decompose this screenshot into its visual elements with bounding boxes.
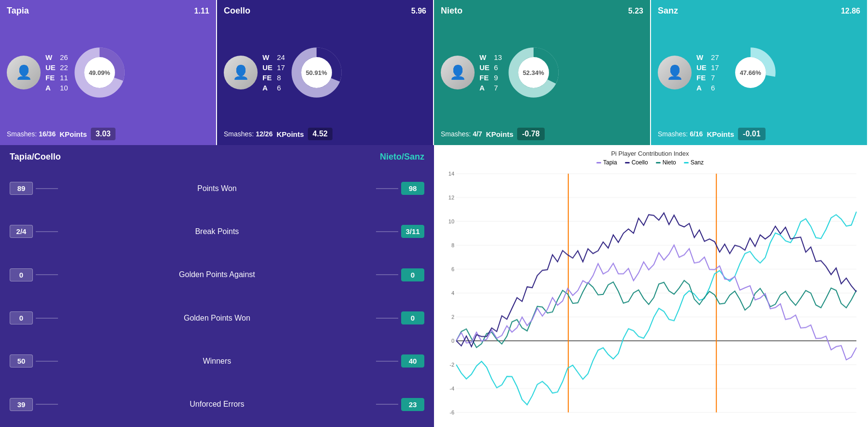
card-header-nieto: Nieto 5.23 — [441, 6, 643, 16]
stat-fe-tapia: FE 11 — [45, 74, 68, 82]
legend-tapia: Tapia — [596, 159, 617, 166]
player-name-coello: Coello — [224, 6, 250, 16]
card-header-coello: Coello 5.96 — [224, 6, 426, 16]
kpoints-badge-tapia: 3.03 — [91, 128, 116, 140]
avatar-tapia: 👤 — [7, 56, 41, 89]
stat-a-tapia: A 10 — [45, 84, 68, 92]
stats-tapia: W 26 UE 22 FE 11 A 10 — [45, 53, 68, 92]
player-card-tapia: Tapia 1.11 👤 W 26 UE 22 FE 11 A — [0, 0, 217, 145]
player-card-nieto: Nieto 5.23 👤 W 13 UE 6 FE 9 A — [434, 0, 651, 145]
card-header-sanz: Sanz 12.86 — [658, 6, 860, 16]
donut-pct-sanz: 47.66% — [740, 69, 761, 76]
stat-ue-tapia: UE 22 — [45, 63, 68, 72]
chart-area — [439, 169, 861, 426]
donut-tapia: 49.09% — [73, 46, 126, 99]
card-body-coello: 👤 W 24 UE 17 FE 8 A 6 — [224, 21, 426, 124]
main-grid: Tapia 1.11 👤 W 26 UE 22 FE 11 A — [0, 0, 868, 427]
pi-score-coello: 5.96 — [411, 7, 426, 15]
player-name-tapia: Tapia — [7, 6, 29, 16]
donut-nieto: 52.34% — [507, 46, 560, 99]
card-footer-sanz: Smashes: 6/16 KPoints -0.01 — [658, 128, 860, 140]
kpoints-badge-sanz: -0.01 — [738, 128, 765, 140]
card-body-nieto: 👤 W 13 UE 6 FE 9 A 7 — [441, 21, 643, 124]
legend-dot-tapia — [596, 162, 601, 163]
stats-sanz: W 27 UE 17 FE 7 A 6 — [696, 53, 719, 92]
donut-pct-tapia: 49.09% — [89, 69, 110, 76]
stats-row: 0Golden Points Won0 — [10, 311, 424, 324]
card-body-sanz: 👤 W 27 UE 17 FE 7 A 6 — [658, 21, 860, 124]
stats-row: 0Golden Points Against0 — [10, 268, 424, 281]
stats-row: 2/4Break Points3/11 — [10, 225, 424, 238]
stats-nieto: W 13 UE 6 FE 9 A 7 — [479, 53, 502, 92]
donut-coello: 50.91% — [290, 46, 343, 99]
legend-dot-nieto — [656, 162, 661, 163]
player-card-sanz: Sanz 12.86 👤 W 27 UE 17 FE 7 A — [651, 0, 868, 145]
legend-sanz: Sanz — [684, 159, 704, 166]
stats-row: 89Points Won98 — [10, 182, 424, 195]
stats-row: 50Winners40 — [10, 354, 424, 368]
player-name-sanz: Sanz — [658, 6, 678, 16]
legend-coello: Coello — [625, 159, 648, 166]
legend-dot-sanz — [684, 162, 689, 163]
legend-dot-coello — [625, 162, 630, 163]
avatar-nieto: 👤 — [441, 56, 475, 89]
donut-pct-nieto: 52.34% — [523, 69, 544, 76]
donut-pct-coello: 50.91% — [306, 69, 327, 76]
chart-legend: Tapia Coello Nieto Sanz — [439, 159, 861, 166]
avatar-coello: 👤 — [224, 56, 258, 89]
stats-panel: Tapia/Coello Nieto/Sanz 89Points Won982/… — [0, 145, 434, 427]
pi-score-nieto: 5.23 — [628, 7, 643, 15]
card-footer-coello: Smashes: 12/26 KPoints 4.52 — [224, 128, 426, 140]
pi-score-sanz: 12.86 — [841, 7, 860, 15]
card-footer-tapia: Smashes: 16/36 KPoints 3.03 — [7, 128, 209, 140]
card-header-tapia: Tapia 1.11 — [7, 6, 209, 16]
card-body-tapia: 👤 W 26 UE 22 FE 11 A 10 — [7, 21, 209, 124]
team-right-label: Nieto/Sanz — [362, 152, 424, 162]
pi-score-tapia: 1.11 — [194, 7, 209, 15]
player-name-nieto: Nieto — [441, 6, 463, 16]
avatar-sanz: 👤 — [658, 56, 692, 89]
kpoints-badge-coello: 4.52 — [308, 128, 333, 140]
card-footer-nieto: Smashes: 4/7 KPoints -0.78 — [441, 128, 643, 140]
chart-title: Pi Player Contribution Index — [439, 150, 861, 157]
player-card-coello: Coello 5.96 👤 W 24 UE 17 FE 8 A — [217, 0, 434, 145]
chart-panel: Pi Player Contribution Index Tapia Coell… — [434, 145, 868, 427]
stats-row: 39Unforced Errors23 — [10, 398, 424, 411]
stats-coello: W 24 UE 17 FE 8 A 6 — [262, 53, 285, 92]
donut-sanz: 47.66% — [724, 46, 777, 99]
kpoints-badge-nieto: -0.78 — [517, 128, 544, 140]
legend-nieto: Nieto — [656, 159, 676, 166]
stat-w-tapia: W 26 — [45, 53, 68, 61]
team-left-label: Tapia/Coello — [10, 152, 72, 162]
